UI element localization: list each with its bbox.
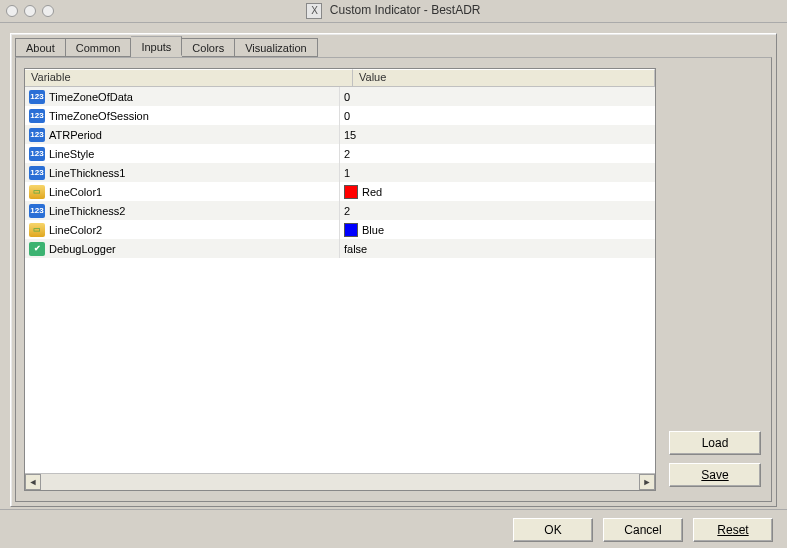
variable-cell[interactable]: 123TimeZoneOfSession — [25, 106, 340, 125]
value-text: 0 — [344, 110, 350, 122]
variable-name: LineColor2 — [49, 224, 102, 236]
variable-name: LineColor1 — [49, 186, 102, 198]
variable-cell[interactable]: 123ATRPeriod — [25, 125, 340, 144]
value-cell[interactable]: 2 — [340, 201, 655, 220]
value-text: 1 — [344, 167, 350, 179]
int-type-icon: 123 — [29, 109, 45, 123]
tab-common[interactable]: Common — [66, 38, 132, 57]
value-text: 2 — [344, 205, 350, 217]
table-row[interactable]: 123LineThickness22 — [25, 201, 655, 220]
save-button[interactable]: Save — [669, 463, 761, 487]
dialog-container: AboutCommonInputsColorsVisualization Var… — [0, 23, 787, 548]
value-text: Blue — [362, 224, 384, 236]
grid-body: 123TimeZoneOfData0123TimeZoneOfSession01… — [25, 87, 655, 258]
close-dot[interactable] — [6, 5, 18, 17]
variable-cell[interactable]: ▭LineColor1 — [25, 182, 340, 201]
value-text: Red — [362, 186, 382, 198]
variable-name: ATRPeriod — [49, 129, 102, 141]
tab-strip: AboutCommonInputsColorsVisualization — [11, 34, 776, 56]
variable-cell[interactable]: 123LineThickness2 — [25, 201, 340, 220]
variable-name: LineStyle — [49, 148, 94, 160]
table-row[interactable]: 123TimeZoneOfData0 — [25, 87, 655, 106]
zoom-dot[interactable] — [42, 5, 54, 17]
value-cell[interactable]: false — [340, 239, 655, 258]
int-type-icon: 123 — [29, 204, 45, 218]
variable-cell[interactable]: ✔DebugLogger — [25, 239, 340, 258]
table-row[interactable]: 123LineStyle2 — [25, 144, 655, 163]
save-button-label: Save — [701, 468, 728, 482]
side-button-group: Load Save — [669, 431, 761, 487]
value-cell[interactable]: 15 — [340, 125, 655, 144]
table-row[interactable]: 123ATRPeriod15 — [25, 125, 655, 144]
table-row[interactable]: ✔DebugLoggerfalse — [25, 239, 655, 258]
table-row[interactable]: ▭LineColor2Blue — [25, 220, 655, 239]
value-text: 0 — [344, 91, 350, 103]
table-row[interactable]: 123LineThickness11 — [25, 163, 655, 182]
value-cell[interactable]: 0 — [340, 87, 655, 106]
grid-header: Variable Value — [25, 69, 655, 87]
value-cell[interactable]: Red — [340, 182, 655, 201]
int-type-icon: 123 — [29, 90, 45, 104]
value-text: false — [344, 243, 367, 255]
window-title: X Custom Indicator - BestADR — [0, 3, 787, 19]
column-header-value[interactable]: Value — [353, 69, 655, 87]
column-header-variable[interactable]: Variable — [25, 69, 353, 87]
table-row[interactable]: 123TimeZoneOfSession0 — [25, 106, 655, 125]
variable-cell[interactable]: 123LineStyle — [25, 144, 340, 163]
variable-name: LineThickness1 — [49, 167, 125, 179]
scroll-right-arrow-icon[interactable]: ► — [639, 474, 655, 490]
reset-button-label: Reset — [717, 523, 748, 537]
color-swatch-icon — [344, 185, 358, 199]
int-type-icon: 123 — [29, 147, 45, 161]
table-row[interactable]: ▭LineColor1Red — [25, 182, 655, 201]
value-cell[interactable]: 2 — [340, 144, 655, 163]
window-controls — [6, 5, 54, 17]
tab-colors[interactable]: Colors — [182, 38, 235, 57]
value-text: 15 — [344, 129, 356, 141]
value-cell[interactable]: 1 — [340, 163, 655, 182]
variable-name: LineThickness2 — [49, 205, 125, 217]
variable-cell[interactable]: ▭LineColor2 — [25, 220, 340, 239]
ok-button[interactable]: OK — [513, 518, 593, 542]
tab-inputs[interactable]: Inputs — [131, 36, 182, 56]
variable-cell[interactable]: 123TimeZoneOfData — [25, 87, 340, 106]
minimize-dot[interactable] — [24, 5, 36, 17]
value-cell[interactable]: Blue — [340, 220, 655, 239]
cancel-button[interactable]: Cancel — [603, 518, 683, 542]
value-cell[interactable]: 0 — [340, 106, 655, 125]
app-icon: X — [306, 3, 322, 19]
panel: AboutCommonInputsColorsVisualization Var… — [10, 33, 777, 507]
horizontal-scrollbar[interactable]: ◄ ► — [25, 473, 655, 490]
bool-type-icon: ✔ — [29, 242, 45, 256]
color-type-icon: ▭ — [29, 185, 45, 199]
tab-page-inputs: Variable Value 123TimeZoneOfData0123Time… — [15, 57, 772, 502]
reset-button[interactable]: Reset — [693, 518, 773, 542]
color-type-icon: ▭ — [29, 223, 45, 237]
variable-name: DebugLogger — [49, 243, 116, 255]
int-type-icon: 123 — [29, 128, 45, 142]
tab-visualization[interactable]: Visualization — [235, 38, 318, 57]
bottom-button-bar: OK Cancel Reset — [0, 509, 787, 548]
variable-cell[interactable]: 123LineThickness1 — [25, 163, 340, 182]
inputs-grid: Variable Value 123TimeZoneOfData0123Time… — [24, 68, 656, 491]
load-button[interactable]: Load — [669, 431, 761, 455]
value-text: 2 — [344, 148, 350, 160]
variable-name: TimeZoneOfSession — [49, 110, 149, 122]
int-type-icon: 123 — [29, 166, 45, 180]
scroll-track[interactable] — [41, 474, 639, 490]
scroll-left-arrow-icon[interactable]: ◄ — [25, 474, 41, 490]
window-title-text: Custom Indicator - BestADR — [330, 3, 481, 17]
titlebar: X Custom Indicator - BestADR — [0, 0, 787, 23]
variable-name: TimeZoneOfData — [49, 91, 133, 103]
tab-about[interactable]: About — [15, 38, 66, 57]
color-swatch-icon — [344, 223, 358, 237]
